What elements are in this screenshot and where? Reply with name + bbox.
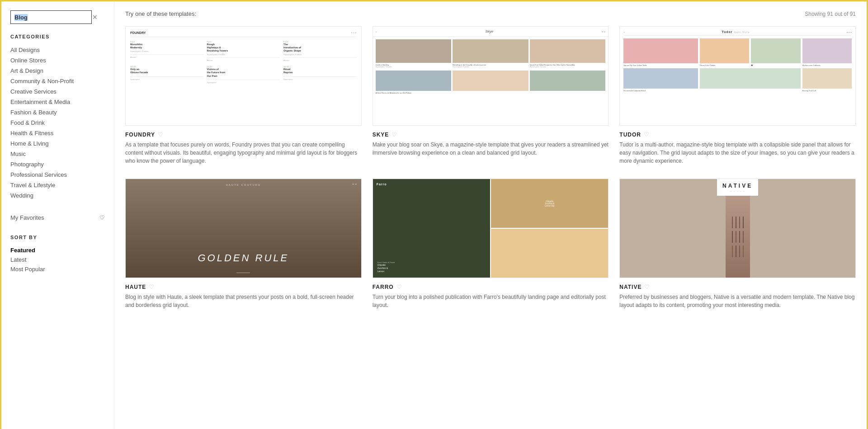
tudor-description: Tudor is a multi-author, magazine-style … — [619, 141, 856, 165]
close-icon[interactable]: ✕ — [92, 14, 98, 21]
template-card-foundry[interactable]: FOUNDRY ▼ ♥ ⚙ Feb 6 MonolithicModernity … — [125, 26, 362, 165]
farro-name-row: FARRO ♡ — [373, 283, 609, 290]
sort-list: Featured Latest Most Popular — [10, 245, 105, 274]
showing-count: Showing 91 out of 91 — [805, 11, 856, 17]
sort-by-title: SORT BY — [10, 235, 105, 240]
category-wedding[interactable]: Wedding — [10, 190, 105, 201]
template-preview-foundry: FOUNDRY ▼ ♥ ⚙ Feb 6 MonolithicModernity … — [125, 26, 362, 126]
search-box[interactable]: ✕ — [10, 10, 92, 24]
haute-name-row: HAUTE ♡ — [125, 283, 362, 290]
foundry-heart[interactable]: ♡ — [158, 131, 163, 138]
search-input[interactable] — [14, 14, 90, 21]
category-food-drink[interactable]: Food & Drink — [10, 118, 105, 128]
template-card-haute[interactable]: HAUTE COUTURE GOLDEN RULE ⊕ ⊕ HAUTE ♡ Bl… — [125, 179, 362, 309]
sidebar: ✕ CATEGORIES All Designs Online Stores A… — [1, 1, 114, 429]
category-music[interactable]: Music — [10, 149, 105, 159]
skye-name: SKYE — [373, 132, 389, 138]
category-all[interactable]: All Designs — [10, 45, 105, 55]
skye-name-row: SKYE ♡ — [373, 131, 609, 138]
native-heart[interactable]: ♡ — [644, 283, 650, 290]
native-name-row: NATIVE ♡ — [619, 283, 856, 290]
heart-icon: ♡ — [99, 214, 105, 221]
sort-latest[interactable]: Latest — [10, 255, 105, 264]
template-grid: FOUNDRY ▼ ♥ ⚙ Feb 6 MonolithicModernity … — [125, 26, 856, 309]
category-community[interactable]: Community & Non-Profit — [10, 76, 105, 86]
template-card-skye[interactable]: ≡ Skye ♥ ⚙ Catch of the Day Squarespace,… — [373, 26, 609, 165]
farro-description: Turn your blog into a polished publicati… — [373, 293, 609, 309]
tudor-name-row: TUDOR ♡ — [619, 131, 856, 138]
category-art-design[interactable]: Art & Design — [10, 66, 105, 76]
template-preview-skye: ≡ Skye ♥ ⚙ Catch of the Day Squarespace,… — [373, 26, 609, 126]
native-description: Preferred by businesses and bloggers, Na… — [619, 293, 856, 309]
category-online-stores[interactable]: Online Stores — [10, 55, 105, 66]
category-list: All Designs Online Stores Art & Design C… — [10, 45, 105, 201]
haute-name: HAUTE — [125, 284, 146, 290]
template-preview-tudor: ≡ Tudor Italic Style ● ● ● Spruce Up You… — [619, 26, 856, 126]
native-name: NATIVE — [619, 284, 642, 290]
main-header: Try one of these templates: Showing 91 o… — [125, 10, 856, 17]
template-preview-farro: Farro Food, Drinks & Travel ChipotleZucc… — [373, 179, 609, 278]
template-preview-haute: HAUTE COUTURE GOLDEN RULE ⊕ ⊕ — [125, 179, 362, 278]
categories-title: CATEGORIES — [10, 34, 105, 39]
main-content: Try one of these templates: Showing 91 o… — [114, 1, 867, 429]
category-creative-services[interactable]: Creative Services — [10, 86, 105, 97]
sort-featured[interactable]: Featured — [10, 245, 105, 255]
skye-heart[interactable]: ♡ — [392, 131, 397, 138]
try-text: Try one of these templates: — [125, 10, 196, 17]
foundry-description: As a template that focuses purely on wor… — [125, 141, 362, 165]
template-card-tudor[interactable]: ≡ Tudor Italic Style ● ● ● Spruce Up You… — [619, 26, 856, 165]
template-card-native[interactable]: NATIVE — — — — — — [619, 179, 856, 309]
skye-description: Make your blog soar on Skye, a magazine-… — [373, 141, 609, 157]
category-entertainment[interactable]: Entertainment & Media — [10, 97, 105, 107]
farro-heart[interactable]: ♡ — [396, 283, 402, 290]
category-health-fitness[interactable]: Health & Fitness — [10, 128, 105, 138]
category-home-living[interactable]: Home & Living — [10, 138, 105, 149]
template-preview-native: NATIVE — — — — — — [619, 179, 856, 278]
my-favorites[interactable]: My Favorites ♡ — [10, 212, 105, 224]
haute-description: Blog in style with Haute, a sleek templa… — [125, 293, 362, 309]
category-professional-services[interactable]: Professional Services — [10, 170, 105, 180]
my-favorites-label: My Favorites — [10, 214, 44, 221]
template-card-farro[interactable]: Farro Food, Drinks & Travel ChipotleZucc… — [373, 179, 609, 309]
haute-heart[interactable]: ♡ — [149, 283, 154, 290]
sort-most-popular[interactable]: Most Popular — [10, 264, 105, 274]
farro-name: FARRO — [373, 284, 394, 290]
category-photography[interactable]: Photography — [10, 159, 105, 170]
category-fashion[interactable]: Fashion & Beauty — [10, 107, 105, 118]
category-travel[interactable]: Travel & Lifestyle — [10, 180, 105, 190]
tudor-name: TUDOR — [619, 132, 641, 138]
foundry-name: FOUNDRY — [125, 132, 155, 138]
foundry-name-row: FOUNDRY ♡ — [125, 131, 362, 138]
tudor-heart[interactable]: ♡ — [644, 131, 649, 138]
